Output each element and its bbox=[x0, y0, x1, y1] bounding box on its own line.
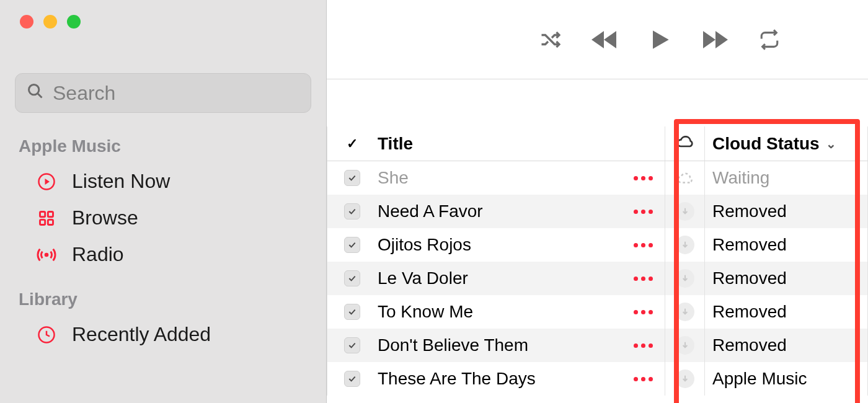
row-checkbox[interactable] bbox=[344, 337, 360, 353]
play-circle-icon bbox=[36, 171, 57, 192]
track-title: She bbox=[371, 161, 621, 195]
row-actions-button[interactable] bbox=[621, 295, 665, 329]
row-checkbox[interactable] bbox=[344, 237, 360, 253]
playback-controls bbox=[327, 0, 868, 79]
window-controls bbox=[0, 0, 326, 29]
row-cloud-icon[interactable] bbox=[665, 295, 704, 329]
svg-point-8 bbox=[45, 252, 49, 257]
row-checkbox[interactable] bbox=[344, 371, 360, 387]
ellipsis-icon bbox=[634, 243, 653, 247]
track-cloud-status: Waiting bbox=[704, 161, 868, 195]
clock-icon bbox=[36, 324, 57, 345]
download-icon bbox=[676, 236, 694, 254]
table-header: ✓ Title Cloud Status ⌄ bbox=[327, 126, 868, 161]
ellipsis-icon bbox=[634, 176, 653, 180]
column-header-cloud-status[interactable]: Cloud Status ⌄ bbox=[704, 126, 868, 161]
sidebar-item-label: Listen Now bbox=[72, 170, 170, 193]
sidebar-item-label: Browse bbox=[72, 206, 138, 229]
repeat-button[interactable] bbox=[756, 26, 783, 53]
row-actions-button[interactable] bbox=[621, 362, 665, 396]
row-actions-button[interactable] bbox=[621, 329, 665, 362]
download-icon bbox=[676, 336, 694, 355]
track-cloud-status: Apple Music bbox=[704, 362, 868, 396]
track-cloud-status: Removed bbox=[704, 195, 868, 228]
row-cloud-icon[interactable] bbox=[665, 195, 704, 228]
row-actions-button[interactable] bbox=[621, 262, 665, 295]
track-cloud-status: Removed bbox=[704, 228, 868, 262]
maximize-window-button[interactable] bbox=[67, 15, 81, 29]
row-cloud-icon[interactable] bbox=[665, 362, 704, 396]
table-row[interactable]: Need A FavorRemoved bbox=[327, 195, 868, 228]
track-cloud-status: Removed bbox=[704, 329, 868, 362]
column-header-cloud[interactable] bbox=[665, 126, 704, 161]
svg-rect-5 bbox=[48, 211, 53, 216]
cloud-icon bbox=[675, 131, 695, 156]
table-row[interactable]: Le Va DolerRemoved bbox=[327, 262, 868, 295]
row-cloud-icon[interactable] bbox=[665, 262, 704, 295]
row-cloud-icon[interactable] bbox=[665, 228, 704, 262]
row-actions-button[interactable] bbox=[621, 228, 665, 262]
column-header-title[interactable]: Title bbox=[371, 126, 621, 161]
row-checkbox[interactable] bbox=[344, 170, 360, 186]
track-title: Need A Favor bbox=[371, 195, 621, 228]
sidebar-item-label: Radio bbox=[72, 243, 124, 266]
row-checkbox[interactable] bbox=[344, 304, 360, 320]
sidebar-item-browse[interactable]: Browse bbox=[0, 193, 326, 229]
table-row[interactable]: These Are The DaysApple Music bbox=[327, 362, 868, 396]
row-cloud-icon[interactable] bbox=[665, 161, 704, 195]
row-cloud-icon[interactable] bbox=[665, 329, 704, 362]
main-content: ✓ Title Cloud Status ⌄ SheWaitingNeed A … bbox=[327, 0, 868, 403]
row-checkbox[interactable] bbox=[344, 203, 360, 219]
svg-marker-10 bbox=[591, 31, 604, 48]
table-row[interactable]: SheWaiting bbox=[327, 161, 868, 195]
download-icon bbox=[676, 370, 694, 388]
play-button[interactable] bbox=[644, 24, 675, 55]
ellipsis-icon bbox=[634, 210, 653, 214]
table-row[interactable]: Don't Believe ThemRemoved bbox=[327, 329, 868, 362]
row-actions-button[interactable] bbox=[621, 195, 665, 228]
grid-icon bbox=[36, 208, 57, 229]
previous-button[interactable] bbox=[588, 24, 619, 55]
column-header-checked[interactable]: ✓ bbox=[327, 126, 371, 161]
minimize-window-button[interactable] bbox=[43, 15, 57, 29]
svg-point-0 bbox=[29, 84, 39, 94]
checkmark-icon: ✓ bbox=[347, 136, 358, 152]
close-window-button[interactable] bbox=[20, 15, 33, 29]
track-title: Ojitos Rojos bbox=[371, 228, 621, 262]
sidebar-item-radio[interactable]: Radio bbox=[0, 229, 326, 266]
track-cloud-status: Removed bbox=[704, 295, 868, 329]
svg-marker-12 bbox=[653, 30, 669, 48]
row-checkbox[interactable] bbox=[344, 270, 360, 286]
sidebar-item-recently-added[interactable]: Recently Added bbox=[0, 309, 326, 346]
shuffle-button[interactable] bbox=[536, 26, 564, 53]
svg-rect-4 bbox=[40, 211, 45, 216]
track-title: Le Va Doler bbox=[371, 262, 621, 295]
row-actions-button[interactable] bbox=[621, 161, 665, 195]
next-button[interactable] bbox=[700, 24, 731, 55]
svg-marker-11 bbox=[604, 31, 616, 48]
svg-marker-13 bbox=[703, 31, 715, 48]
search-placeholder: Search bbox=[53, 82, 115, 105]
svg-rect-6 bbox=[40, 219, 45, 224]
search-input[interactable]: Search bbox=[15, 73, 311, 113]
table-row[interactable]: To Know MeRemoved bbox=[327, 295, 868, 329]
sidebar-section-library: Library bbox=[0, 266, 326, 309]
ellipsis-icon bbox=[634, 310, 653, 314]
sidebar-item-label: Recently Added bbox=[72, 323, 211, 346]
download-icon bbox=[676, 202, 694, 221]
ellipsis-icon bbox=[634, 343, 653, 348]
sidebar: Search Apple Music Listen Now Browse Rad… bbox=[0, 0, 327, 403]
download-icon bbox=[676, 269, 694, 288]
track-title: These Are The Days bbox=[371, 362, 621, 396]
ellipsis-icon bbox=[634, 277, 653, 281]
radio-icon bbox=[36, 244, 57, 265]
track-cloud-status: Removed bbox=[704, 262, 868, 295]
track-title: Don't Believe Them bbox=[371, 329, 621, 362]
svg-line-1 bbox=[38, 93, 42, 97]
ellipsis-icon bbox=[634, 377, 653, 381]
sidebar-item-listen-now[interactable]: Listen Now bbox=[0, 156, 326, 193]
table-row[interactable]: Ojitos RojosRemoved bbox=[327, 228, 868, 262]
search-icon bbox=[27, 82, 44, 105]
download-icon bbox=[676, 303, 694, 321]
track-title: To Know Me bbox=[371, 295, 621, 329]
